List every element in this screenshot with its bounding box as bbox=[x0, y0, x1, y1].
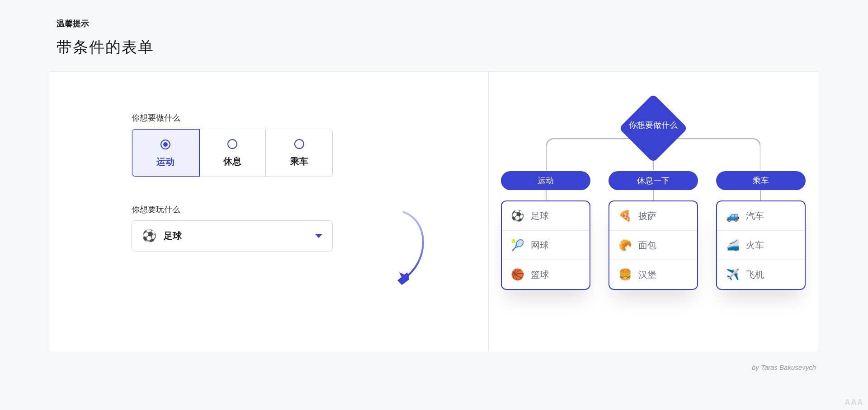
croissant-icon: 🥐 bbox=[618, 239, 631, 252]
connector-line bbox=[760, 190, 761, 201]
train-icon: 🚄 bbox=[726, 239, 739, 252]
list-ride: 🚙 汽车 🚄 火车 ✈️ 飞机 bbox=[716, 200, 806, 290]
panel-diagram: 你想要做什么 运动 休息一下 乘车 ⚽ 足球 🎾 网球 bbox=[489, 72, 818, 352]
dropdown-value: 足球 bbox=[164, 230, 182, 242]
page-title: 带条件的表单 bbox=[57, 37, 818, 58]
connector-line bbox=[653, 190, 654, 201]
basketball-icon: 🏀 bbox=[511, 268, 524, 281]
diagram-root: 你想要做什么 bbox=[619, 94, 687, 162]
list-item: 🚙 汽车 bbox=[717, 201, 805, 231]
diagram-root-text: 你想要做什么 bbox=[619, 120, 687, 130]
branch-lists: ⚽ 足球 🎾 网球 🏀 篮球 🍕 披萨 bbox=[501, 200, 806, 290]
list-item-label: 足球 bbox=[531, 210, 549, 222]
header-tag: 温馨提示 bbox=[57, 18, 818, 29]
list-item-label: 汉堡 bbox=[638, 269, 656, 281]
chip-rest: 休息一下 bbox=[609, 171, 698, 190]
option-ride[interactable]: 乘车 bbox=[266, 129, 332, 177]
option-sport[interactable]: 运动 bbox=[132, 129, 200, 177]
radio-unselected-icon bbox=[294, 139, 304, 149]
list-item: 🚄 火车 bbox=[717, 231, 805, 260]
list-item: 🏀 篮球 bbox=[502, 260, 590, 289]
watermark: AAA bbox=[844, 398, 863, 407]
option-label: 运动 bbox=[156, 156, 175, 168]
list-item-label: 篮球 bbox=[531, 269, 549, 281]
tennis-icon: 🎾 bbox=[511, 239, 524, 252]
list-rest: 🍕 披萨 🥐 面包 🍔 汉堡 bbox=[609, 200, 698, 290]
airplane-icon: ✈️ bbox=[726, 268, 739, 281]
list-item: 🍔 汉堡 bbox=[609, 260, 697, 289]
car-icon: 🚙 bbox=[726, 210, 739, 222]
list-item: 🍕 披萨 bbox=[609, 201, 697, 231]
list-item-label: 网球 bbox=[531, 239, 549, 252]
branch-chips: 运动 休息一下 乘车 bbox=[501, 171, 806, 190]
pizza-icon: 🍕 bbox=[618, 210, 631, 222]
list-item-label: 火车 bbox=[746, 239, 764, 252]
list-item: ✈️ 飞机 bbox=[717, 260, 805, 289]
burger-icon: 🍔 bbox=[618, 268, 631, 281]
soccer-icon: ⚽ bbox=[511, 210, 524, 222]
list-item-label: 飞机 bbox=[746, 269, 764, 281]
panels-container: 你想要做什么 运动 休息 乘车 bbox=[50, 71, 818, 352]
arrow-curve-icon bbox=[394, 207, 434, 289]
radio-unselected-icon bbox=[227, 139, 237, 149]
list-item: 🎾 网球 bbox=[502, 231, 590, 260]
panel-form: 你想要做什么 运动 休息 乘车 bbox=[50, 72, 489, 352]
footer-credit: by Taras Bakusevych bbox=[50, 363, 818, 371]
option-label: 乘车 bbox=[290, 155, 308, 168]
chevron-down-icon bbox=[315, 234, 322, 238]
soccer-icon: ⚽ bbox=[142, 229, 156, 243]
question-2-label: 你想要玩什么 bbox=[132, 204, 407, 215]
question-1-label: 你想要做什么 bbox=[132, 112, 407, 123]
list-item: ⚽ 足球 bbox=[502, 201, 590, 231]
list-item-label: 汽车 bbox=[746, 210, 764, 222]
list-item-label: 披萨 bbox=[638, 210, 656, 222]
chip-ride: 乘车 bbox=[716, 171, 806, 190]
list-sport: ⚽ 足球 🎾 网球 🏀 篮球 bbox=[501, 200, 590, 290]
chip-sport: 运动 bbox=[501, 171, 590, 190]
option-label: 休息 bbox=[223, 155, 241, 168]
connector-line bbox=[546, 190, 547, 201]
radio-selected-icon bbox=[160, 140, 170, 149]
list-item: 🥐 面包 bbox=[609, 231, 697, 260]
segmented-control: 运动 休息 乘车 bbox=[132, 129, 333, 177]
option-rest[interactable]: 休息 bbox=[199, 129, 266, 177]
dropdown-play[interactable]: ⚽ 足球 bbox=[132, 220, 333, 252]
list-item-label: 面包 bbox=[638, 239, 656, 252]
